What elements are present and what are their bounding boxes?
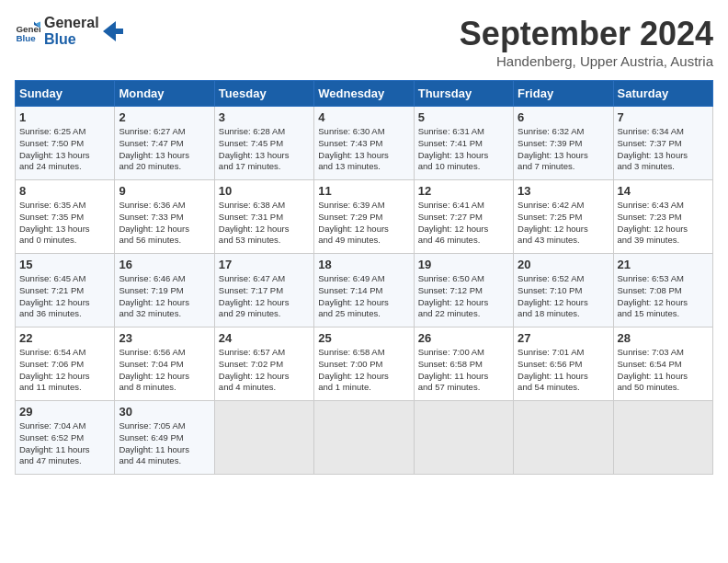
day-number: 6 [518, 110, 609, 124]
day-number: 24 [219, 331, 310, 345]
logo-blue: Blue [44, 31, 99, 48]
day-info: Sunrise: 6:35 AM Sunset: 7:35 PM Dayligh… [19, 200, 110, 247]
day-info: Sunrise: 6:32 AM Sunset: 7:39 PM Dayligh… [518, 126, 609, 173]
location-subtitle: Handenberg, Upper Austria, Austria [460, 53, 713, 69]
svg-marker-4 [103, 21, 123, 41]
calendar-cell: 3Sunrise: 6:28 AM Sunset: 7:45 PM Daylig… [214, 107, 313, 180]
svg-text:Blue: Blue [16, 33, 36, 43]
calendar-cell [214, 401, 313, 475]
calendar-cell: 20Sunrise: 6:52 AM Sunset: 7:10 PM Dayli… [514, 254, 613, 327]
day-info: Sunrise: 6:58 AM Sunset: 7:00 PM Dayligh… [318, 347, 409, 394]
day-number: 22 [19, 331, 110, 345]
calendar-cell: 18Sunrise: 6:49 AM Sunset: 7:14 PM Dayli… [314, 254, 414, 327]
day-info: Sunrise: 6:36 AM Sunset: 7:33 PM Dayligh… [119, 200, 210, 247]
day-info: Sunrise: 7:03 AM Sunset: 6:54 PM Dayligh… [618, 347, 709, 394]
day-number: 3 [219, 110, 310, 124]
calendar-week-3: 15Sunrise: 6:45 AM Sunset: 7:21 PM Dayli… [16, 254, 713, 327]
calendar-cell: 8Sunrise: 6:35 AM Sunset: 7:35 PM Daylig… [16, 180, 115, 254]
calendar-cell: 24Sunrise: 6:57 AM Sunset: 7:02 PM Dayli… [214, 327, 313, 401]
calendar-cell: 26Sunrise: 7:00 AM Sunset: 6:58 PM Dayli… [414, 327, 513, 401]
day-number: 2 [119, 110, 210, 124]
calendar-cell [613, 401, 712, 475]
day-number: 28 [618, 331, 709, 345]
day-number: 26 [418, 331, 509, 345]
calendar-cell: 5Sunrise: 6:31 AM Sunset: 7:41 PM Daylig… [414, 107, 513, 180]
calendar-cell: 29Sunrise: 7:04 AM Sunset: 6:52 PM Dayli… [16, 401, 115, 475]
calendar-cell: 28Sunrise: 7:03 AM Sunset: 6:54 PM Dayli… [613, 327, 712, 401]
calendar-cell: 16Sunrise: 6:46 AM Sunset: 7:19 PM Dayli… [115, 254, 214, 327]
day-number: 16 [119, 258, 210, 271]
calendar-week-4: 22Sunrise: 6:54 AM Sunset: 7:06 PM Dayli… [16, 327, 713, 401]
day-info: Sunrise: 6:39 AM Sunset: 7:29 PM Dayligh… [318, 200, 409, 247]
day-info: Sunrise: 6:47 AM Sunset: 7:17 PM Dayligh… [219, 273, 310, 320]
logo-general: General [44, 15, 99, 31]
day-info: Sunrise: 6:25 AM Sunset: 7:50 PM Dayligh… [19, 126, 110, 173]
day-info: Sunrise: 6:30 AM Sunset: 7:43 PM Dayligh… [318, 126, 409, 173]
calendar-cell: 2Sunrise: 6:27 AM Sunset: 7:47 PM Daylig… [115, 107, 214, 180]
col-header-saturday: Saturday [613, 81, 712, 107]
day-number: 25 [318, 331, 409, 345]
calendar-cell: 12Sunrise: 6:41 AM Sunset: 7:27 PM Dayli… [414, 180, 513, 254]
day-number: 9 [119, 184, 210, 198]
day-number: 8 [19, 184, 110, 198]
logo-icon: General Blue [15, 18, 40, 44]
calendar-week-2: 8Sunrise: 6:35 AM Sunset: 7:35 PM Daylig… [16, 180, 713, 254]
day-info: Sunrise: 6:49 AM Sunset: 7:14 PM Dayligh… [318, 273, 409, 320]
calendar-cell: 4Sunrise: 6:30 AM Sunset: 7:43 PM Daylig… [314, 107, 414, 180]
title-area: September 2024 Handenberg, Upper Austria… [460, 15, 713, 69]
col-header-thursday: Thursday [414, 81, 513, 107]
calendar-cell: 27Sunrise: 7:01 AM Sunset: 6:56 PM Dayli… [514, 327, 613, 401]
col-header-sunday: Sunday [16, 81, 115, 107]
day-number: 18 [318, 258, 409, 271]
day-number: 13 [518, 184, 609, 198]
day-number: 19 [418, 258, 509, 271]
calendar-cell [514, 401, 613, 475]
day-info: Sunrise: 6:28 AM Sunset: 7:45 PM Dayligh… [219, 126, 310, 173]
day-info: Sunrise: 7:00 AM Sunset: 6:58 PM Dayligh… [418, 347, 509, 394]
day-info: Sunrise: 6:56 AM Sunset: 7:04 PM Dayligh… [119, 347, 210, 394]
calendar-cell: 10Sunrise: 6:38 AM Sunset: 7:31 PM Dayli… [214, 180, 313, 254]
day-info: Sunrise: 6:45 AM Sunset: 7:21 PM Dayligh… [19, 273, 110, 320]
calendar-cell: 11Sunrise: 6:39 AM Sunset: 7:29 PM Dayli… [314, 180, 414, 254]
day-info: Sunrise: 6:43 AM Sunset: 7:23 PM Dayligh… [618, 200, 709, 247]
day-number: 4 [318, 110, 409, 124]
day-number: 5 [418, 110, 509, 124]
day-info: Sunrise: 6:50 AM Sunset: 7:12 PM Dayligh… [418, 273, 509, 320]
col-header-monday: Monday [115, 81, 214, 107]
day-info: Sunrise: 6:41 AM Sunset: 7:27 PM Dayligh… [418, 200, 509, 247]
calendar-cell: 7Sunrise: 6:34 AM Sunset: 7:37 PM Daylig… [613, 107, 712, 180]
day-info: Sunrise: 6:42 AM Sunset: 7:25 PM Dayligh… [518, 200, 609, 247]
col-header-wednesday: Wednesday [314, 81, 414, 107]
col-header-friday: Friday [514, 81, 613, 107]
day-info: Sunrise: 6:57 AM Sunset: 7:02 PM Dayligh… [219, 347, 310, 394]
calendar-week-1: 1Sunrise: 6:25 AM Sunset: 7:50 PM Daylig… [16, 107, 713, 180]
day-number: 23 [119, 331, 210, 345]
day-number: 11 [318, 184, 409, 198]
day-number: 12 [418, 184, 509, 198]
day-number: 15 [19, 258, 110, 271]
day-number: 21 [618, 258, 709, 271]
day-info: Sunrise: 7:05 AM Sunset: 6:49 PM Dayligh… [119, 420, 210, 467]
day-info: Sunrise: 7:04 AM Sunset: 6:52 PM Dayligh… [19, 420, 110, 467]
day-number: 10 [219, 184, 310, 198]
col-header-tuesday: Tuesday [214, 81, 313, 107]
day-info: Sunrise: 6:53 AM Sunset: 7:08 PM Dayligh… [618, 273, 709, 320]
day-number: 17 [219, 258, 310, 271]
day-info: Sunrise: 6:38 AM Sunset: 7:31 PM Dayligh… [219, 200, 310, 247]
header: General Blue General Blue September 2024… [15, 15, 713, 69]
calendar-cell: 22Sunrise: 6:54 AM Sunset: 7:06 PM Dayli… [16, 327, 115, 401]
calendar-cell: 30Sunrise: 7:05 AM Sunset: 6:49 PM Dayli… [115, 401, 214, 475]
day-number: 29 [19, 405, 110, 419]
calendar-cell: 19Sunrise: 6:50 AM Sunset: 7:12 PM Dayli… [414, 254, 513, 327]
calendar-cell [314, 401, 414, 475]
month-title: September 2024 [460, 15, 713, 53]
logo: General Blue General Blue [15, 15, 123, 47]
day-number: 7 [618, 110, 709, 124]
day-number: 20 [518, 258, 609, 271]
day-info: Sunrise: 7:01 AM Sunset: 6:56 PM Dayligh… [518, 347, 609, 394]
day-info: Sunrise: 6:27 AM Sunset: 7:47 PM Dayligh… [119, 126, 210, 173]
calendar-cell: 21Sunrise: 6:53 AM Sunset: 7:08 PM Dayli… [613, 254, 712, 327]
calendar-cell [414, 401, 513, 475]
logo-arrow-icon [103, 21, 123, 41]
day-info: Sunrise: 6:34 AM Sunset: 7:37 PM Dayligh… [618, 126, 709, 173]
